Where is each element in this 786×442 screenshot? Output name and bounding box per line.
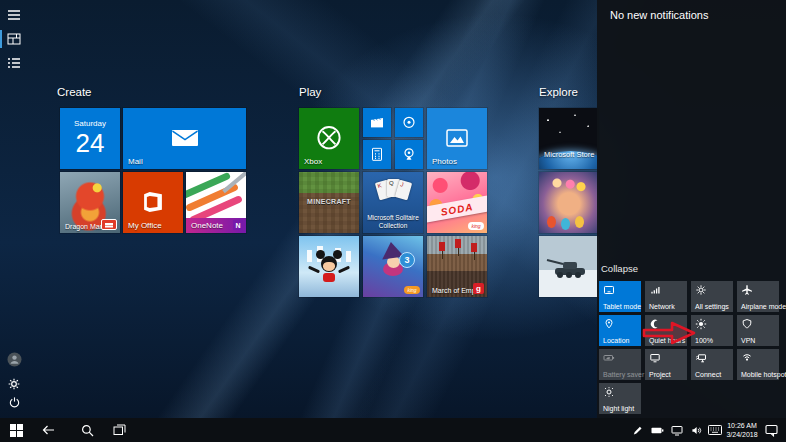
user-account-button[interactable]	[5, 350, 23, 368]
search-button[interactable]	[73, 418, 101, 442]
quick-action-label: Tablet mode	[603, 303, 641, 310]
webcam-icon	[403, 147, 416, 161]
clock-time: 10:26 AM	[724, 421, 760, 430]
action-center-button[interactable]	[760, 418, 782, 442]
quick-action-vpn[interactable]: VPN	[737, 315, 779, 346]
battery-tray-button[interactable]	[648, 418, 666, 442]
network-tray-button[interactable]	[668, 418, 686, 442]
group-header-explore[interactable]: Explore	[539, 86, 578, 98]
group-header-create[interactable]: Create	[57, 86, 92, 98]
collapse-link[interactable]: Collapse	[601, 263, 638, 274]
disney-magic-kingdoms-tile[interactable]	[299, 236, 359, 297]
flag-art	[439, 242, 445, 251]
quick-action-all-settings[interactable]: All settings	[691, 281, 733, 312]
windows-logo-icon	[10, 424, 23, 437]
tile-art	[338, 266, 350, 274]
tank-art	[545, 258, 593, 280]
bubble-witch-3-tile[interactable]: 3 king	[363, 236, 423, 297]
quick-action-battery-saver[interactable]: Battery saver	[599, 349, 641, 380]
movies-tv-tile[interactable]	[363, 108, 391, 137]
minecraft-tile[interactable]: MINECRAFT	[299, 172, 359, 233]
start-nav-rail	[0, 0, 26, 418]
airplane-icon	[741, 284, 753, 296]
power-icon	[8, 396, 21, 409]
hamburger-icon	[7, 9, 21, 21]
xbox-tile-label: Xbox	[304, 157, 322, 166]
volume-tray-button[interactable]	[688, 418, 706, 442]
quick-action-brightness[interactable]: 100%	[691, 315, 733, 346]
quick-action-label: Network	[649, 303, 675, 310]
card-rank: Q	[389, 180, 394, 186]
gameloft-badge: g	[473, 283, 484, 294]
music-disc-icon	[402, 115, 416, 129]
my-office-tile[interactable]: My Office	[123, 172, 183, 233]
quick-action-label: VPN	[741, 337, 755, 344]
vpn-shield-icon	[741, 318, 753, 330]
windows-ink-button[interactable]	[628, 418, 646, 442]
quick-action-airplane-mode[interactable]: Airplane mode	[737, 281, 779, 312]
xbox-tile[interactable]: Xbox	[299, 108, 359, 169]
taskbar: 10:26 AM 3/24/2018	[0, 418, 786, 442]
speaker-icon	[691, 425, 703, 436]
minecraft-logo-text: MINECRAFT	[299, 198, 359, 205]
task-view-button[interactable]	[105, 418, 133, 442]
keyboard-icon	[708, 425, 722, 435]
candy-crush-soda-tile[interactable]: SODA king	[427, 172, 487, 233]
quick-action-project[interactable]: Project	[645, 349, 687, 380]
calculator-tile[interactable]	[363, 140, 391, 169]
march-of-empires-label: March of Empi	[432, 287, 477, 294]
clock-date: 3/24/2018	[724, 430, 760, 439]
quick-action-mobile-hotspot[interactable]: Mobile hotspot	[737, 349, 779, 380]
back-button[interactable]	[34, 418, 62, 442]
battery-icon	[603, 352, 615, 364]
quick-action-network[interactable]: Network	[645, 281, 687, 312]
camera-tile[interactable]	[395, 140, 423, 169]
groove-music-tile[interactable]	[395, 108, 423, 137]
microsoft-store-label: Microsoft Store	[544, 150, 594, 159]
taskbar-clock[interactable]: 10:26 AM 3/24/2018	[724, 421, 760, 439]
tile-art	[308, 266, 320, 274]
photos-tile-label: Photos	[432, 157, 457, 166]
touch-keyboard-button[interactable]	[706, 418, 724, 442]
settings-button[interactable]	[5, 375, 23, 393]
mail-tile[interactable]: Mail	[123, 108, 246, 169]
quick-action-connect[interactable]: Connect	[691, 349, 733, 380]
location-icon	[603, 318, 615, 330]
quick-action-night-light[interactable]: Night light	[599, 383, 641, 414]
onenote-tile[interactable]: OneNote N	[186, 172, 246, 233]
microsoft-store-tile[interactable]: Microsoft Store	[539, 108, 599, 169]
game-tile-flower-lady[interactable]	[539, 172, 599, 233]
quick-action-quiet-hours[interactable]: Quiet hours	[645, 315, 687, 346]
calculator-icon	[371, 147, 383, 161]
tanks-game-tile[interactable]	[539, 236, 599, 297]
pinned-tiles-button[interactable]	[5, 30, 23, 48]
quick-action-tablet-mode[interactable]: Tablet mode	[599, 281, 641, 312]
quick-action-label: Mobile hotspot	[741, 371, 786, 378]
start-button[interactable]	[2, 418, 30, 442]
connect-display-icon	[695, 352, 707, 364]
hamburger-menu-button[interactable]	[5, 6, 23, 24]
quick-action-label: Connect	[695, 371, 721, 378]
photos-tile[interactable]: Photos	[427, 108, 487, 169]
power-button[interactable]	[5, 393, 23, 411]
quick-action-label: Airplane mode	[741, 303, 786, 310]
gameloft-chat-badge-icon	[101, 219, 117, 230]
quick-action-label: Quiet hours	[649, 337, 685, 344]
march-of-empires-tile[interactable]: March of Empi g	[427, 236, 487, 297]
all-apps-button[interactable]	[5, 54, 23, 72]
quick-action-label: Location	[603, 337, 629, 344]
search-icon	[81, 424, 94, 437]
action-center-panel: No new notifications Collapse Tablet mod…	[597, 0, 786, 418]
photos-icon	[446, 129, 468, 147]
task-view-icon	[113, 424, 126, 436]
windows-start-screen: Create Play Explore Saturday 24 Mail Dra…	[0, 0, 786, 442]
calendar-day-number: 24	[60, 130, 120, 156]
group-header-play[interactable]: Play	[299, 86, 321, 98]
solitaire-tile[interactable]: K Q J Microsoft Solitaire Collection	[363, 172, 423, 233]
calendar-tile[interactable]: Saturday 24	[60, 108, 120, 169]
mail-tile-label: Mail	[128, 157, 143, 166]
quick-action-location[interactable]: Location	[599, 315, 641, 346]
back-arrow-icon	[42, 424, 55, 436]
dragon-mania-tile[interactable]: Dragon Mania	[60, 172, 120, 233]
battery-icon	[651, 425, 664, 436]
